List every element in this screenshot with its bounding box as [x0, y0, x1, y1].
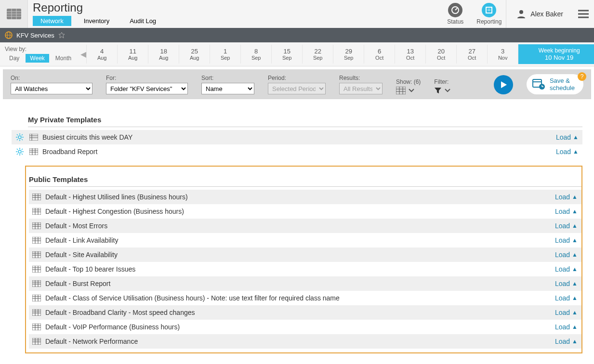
date-prev[interactable]: ◀: [80, 50, 86, 59]
grid-icon: [31, 280, 42, 287]
filter-on-label: On:: [11, 75, 92, 81]
save-schedule-button[interactable]: Save & schedule: [527, 74, 583, 94]
template-row: Default - Burst ReportLoad ▲: [29, 276, 581, 291]
date-cell[interactable]: 27Oct: [456, 45, 487, 64]
template-name: Default - Link Availability: [45, 236, 555, 244]
viewby-month[interactable]: Month: [51, 54, 76, 63]
gear-icon[interactable]: [12, 133, 28, 141]
load-button[interactable]: Load ▲: [555, 208, 578, 215]
status-button[interactable]: Status: [438, 0, 472, 28]
template-row: Default - Site AvailabilityLoad ▲: [29, 247, 581, 262]
svg-line-49: [17, 149, 18, 150]
report-icon: [485, 6, 493, 14]
template-row: Default - Network PerformanceLoad ▲: [29, 334, 581, 349]
date-cell[interactable]: 1Sep: [210, 45, 240, 64]
date-cell[interactable]: 6Oct: [364, 45, 395, 64]
date-cell[interactable]: 22Sep: [302, 45, 333, 64]
gauge-icon: [451, 6, 460, 14]
date-cell[interactable]: 13Oct: [395, 45, 425, 64]
breadcrumb: KFV Services: [0, 28, 594, 42]
load-button[interactable]: Load ▲: [555, 251, 578, 259]
grid-icon: [31, 266, 42, 273]
filter-on: On: All Watches: [11, 75, 92, 94]
load-button[interactable]: Load ▲: [555, 193, 578, 201]
hamburger-menu[interactable]: [573, 0, 594, 28]
svg-rect-109: [32, 237, 41, 244]
filter-show: Show: (6): [396, 78, 421, 94]
reporting-button[interactable]: Reporting: [472, 0, 506, 28]
svg-line-37: [22, 139, 23, 140]
run-report-button[interactable]: [494, 75, 513, 94]
date-cell[interactable]: 29Sep: [333, 45, 364, 64]
template-name: Default - Broadband Clarity - Most speed…: [45, 309, 555, 316]
date-cell[interactable]: 25Aug: [179, 45, 210, 64]
template-row: Default - Class of Service Utilisation (…: [29, 291, 581, 305]
svg-rect-207: [32, 338, 41, 345]
date-current[interactable]: Week beginning 10 Nov 19: [518, 44, 594, 64]
template-row: Default - Top 10 bearer IssuesLoad ▲: [29, 262, 581, 276]
template-name: Default - Site Availability: [45, 251, 555, 259]
load-button[interactable]: Load ▲: [555, 280, 578, 287]
filter-filter: Filter:: [434, 78, 450, 94]
app-logo[interactable]: [0, 0, 28, 28]
header-title-block: Reporting Network Inventory Audit Log: [28, 0, 169, 28]
load-button[interactable]: Load ▲: [555, 323, 578, 331]
date-cell[interactable]: 18Aug: [148, 45, 179, 64]
save-sched-line1: Save &: [550, 77, 575, 84]
filter-period: Period: Selected Period: [268, 75, 326, 94]
load-button[interactable]: Load ▲: [555, 309, 578, 316]
filter-show-control[interactable]: [396, 87, 421, 94]
viewby-day[interactable]: Day: [5, 54, 24, 63]
date-cell[interactable]: 4Aug: [86, 45, 117, 64]
date-cell[interactable]: 3Nov: [487, 45, 518, 64]
divider: [28, 127, 582, 127]
app-header: Reporting Network Inventory Audit Log St…: [0, 0, 594, 28]
user-menu[interactable]: Alex Baker: [506, 0, 573, 28]
status-label: Status: [447, 18, 463, 25]
load-button[interactable]: Load ▲: [555, 236, 578, 244]
load-button[interactable]: Load ▲: [555, 265, 578, 273]
filter-period-select: Selected Period: [268, 83, 326, 94]
private-templates-title: My Private Templates: [28, 116, 582, 124]
template-row: Default - Highest Utilised lines (Busine…: [29, 190, 581, 204]
divider: [29, 186, 581, 187]
svg-rect-179: [32, 309, 41, 316]
date-cell[interactable]: 15Sep: [271, 45, 302, 64]
template-name: Default - Highest Utilised lines (Busine…: [45, 193, 555, 201]
filter-results-select: All Results: [339, 83, 383, 94]
filter-sort-select[interactable]: Name: [201, 83, 254, 94]
star-icon[interactable]: [58, 32, 65, 39]
filter-for-label: For:: [106, 75, 188, 81]
template-row: Broadband ReportLoad ▲: [12, 144, 582, 159]
tab-inventory[interactable]: Inventory: [76, 16, 117, 26]
filter-on-select[interactable]: All Watches: [11, 83, 92, 94]
date-cell[interactable]: 20Oct: [425, 45, 456, 64]
filter-filter-control[interactable]: [434, 87, 450, 94]
load-button[interactable]: Load ▲: [555, 222, 578, 230]
globe-icon: [5, 31, 13, 39]
tab-network[interactable]: Network: [33, 16, 71, 26]
filter-for-select[interactable]: Folder "KFV Services": [106, 83, 188, 94]
viewby-label: View by:: [5, 46, 76, 52]
load-button[interactable]: Load ▲: [555, 338, 578, 345]
load-button[interactable]: Load ▲: [555, 294, 578, 302]
svg-line-52: [22, 149, 23, 150]
date-cell[interactable]: 8Sep: [240, 45, 271, 64]
svg-rect-53: [29, 148, 38, 155]
svg-point-31: [18, 136, 21, 139]
load-button[interactable]: Load ▲: [556, 133, 579, 141]
svg-rect-95: [32, 222, 41, 229]
template-name: Default - Most Errors: [45, 222, 555, 230]
grid-icon: [31, 208, 42, 215]
filter-for: For: Folder "KFV Services": [106, 75, 188, 94]
date-cell[interactable]: 11Aug: [117, 45, 148, 64]
help-button[interactable]: ?: [578, 72, 586, 81]
gear-icon[interactable]: [12, 148, 28, 156]
breadcrumb-folder[interactable]: KFV Services: [16, 32, 54, 39]
tab-audit-log[interactable]: Audit Log: [122, 16, 164, 26]
funnel-icon: [434, 87, 442, 94]
viewby-week[interactable]: Week: [26, 54, 49, 63]
filter-sort-label: Sort:: [201, 75, 254, 81]
load-button[interactable]: Load ▲: [556, 148, 579, 156]
user-name: Alex Baker: [530, 10, 563, 18]
